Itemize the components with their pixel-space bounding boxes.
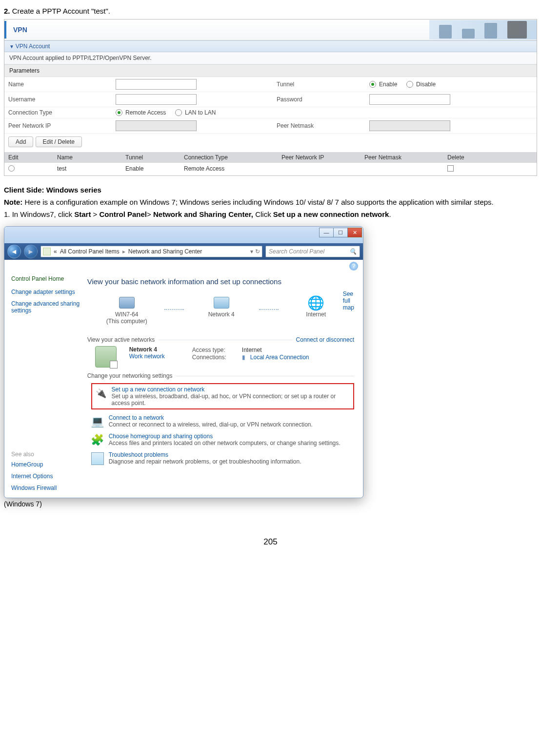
connect-icon: 💻	[91, 415, 104, 428]
tunnel-disable-radio[interactable]	[406, 81, 413, 88]
forward-button[interactable]: ►	[24, 245, 38, 258]
h-tunnel: Tunnel	[121, 152, 180, 163]
node-internet[interactable]: 🌐 Internet	[289, 294, 343, 325]
change-label: Change your networking settings	[87, 372, 173, 379]
map-dash-1	[164, 309, 184, 310]
edit-delete-button[interactable]: Edit / Delete	[36, 136, 82, 147]
step1-prefix: 1. In Windows7, click	[4, 210, 74, 218]
breadcrumb-chevron: «	[54, 248, 57, 255]
delete-checkbox[interactable]	[447, 165, 454, 172]
task-setup-sub: Set up a wireless, broadband, dial-up, a…	[112, 393, 350, 407]
vpn-tab[interactable]: VPN	[4, 21, 34, 39]
setup-icon: 🔌	[95, 387, 107, 400]
label-name: Name	[4, 77, 112, 92]
row-name: test	[53, 163, 121, 175]
page-number: 205	[4, 537, 537, 547]
label-conntype: Connection Type	[4, 107, 112, 118]
label-password: Password	[273, 92, 365, 107]
cp-home[interactable]: Control Panel Home	[11, 275, 80, 282]
connect-disconnect[interactable]: Connect or disconnect	[296, 336, 354, 343]
task-connect[interactable]: 💻 Connect to a network Connect or reconn…	[91, 414, 354, 428]
breadcrumb-seg1[interactable]: All Control Panel Items	[60, 248, 120, 255]
section-vpn-account[interactable]: VPN Account	[4, 40, 537, 52]
h-peerip: Peer Network IP	[278, 152, 361, 163]
sidebar-inetopt[interactable]: Internet Options	[11, 473, 80, 480]
main-content: View your basic network information and …	[87, 271, 363, 498]
window-controls: — ☐ ✕	[319, 228, 362, 237]
note-text: Here is a configuration example on Windo…	[22, 198, 493, 206]
username-input[interactable]	[116, 94, 197, 105]
troubleshoot-icon	[91, 452, 104, 465]
dropdown-icon[interactable]: ▾	[250, 248, 253, 255]
kw-setnew: Set up a new connection network	[273, 210, 389, 218]
back-button[interactable]: ◄	[7, 245, 21, 258]
h-name: Name	[53, 152, 121, 163]
label-enable: Enable	[379, 81, 397, 88]
pc-name: WIN7-64	[115, 311, 138, 318]
nic-icon: ▮	[242, 354, 245, 361]
row-peermask	[361, 163, 443, 175]
parameters-heading: Parameters	[4, 64, 537, 77]
task-connect-title: Connect to a network	[109, 414, 313, 421]
page-title: View your basic network information and …	[87, 277, 354, 286]
sidebar-advanced[interactable]: Change advanced sharing settings	[11, 300, 80, 314]
active-type[interactable]: Work network	[129, 353, 165, 360]
search-input[interactable]: Search Control Panel 🔍	[265, 246, 360, 257]
sidebar-homegroup[interactable]: HomeGroup	[11, 461, 80, 468]
homegroup-icon: 🧩	[91, 434, 104, 446]
step2-text: 2. Create a PPTP Account "test".	[4, 6, 537, 16]
node-network[interactable]: Network 4	[195, 294, 248, 325]
label-tunnel: Tunnel	[273, 77, 365, 92]
client-side-heading: Client Side: Windows series	[4, 185, 537, 195]
breadcrumb[interactable]: « All Control Panel Items ▸ Network and …	[40, 246, 262, 257]
see-full-map[interactable]: See full map	[343, 291, 354, 311]
name-input[interactable]	[116, 79, 197, 90]
label-peermask: Peer Netmask	[273, 118, 365, 134]
row-conn: Remote Access	[180, 163, 278, 175]
breadcrumb-seg2[interactable]: Network and Sharing Center	[128, 248, 202, 255]
task-connect-sub: Connect or reconnect to a wireless, wire…	[109, 421, 313, 428]
kw-controlpanel: Control Panel	[100, 210, 147, 218]
sidebar-adapter[interactable]: Change adapter settings	[11, 289, 80, 295]
edit-radio[interactable]	[8, 165, 15, 172]
task-homegroup[interactable]: 🧩 Choose homegroup and sharing options A…	[91, 433, 354, 446]
win7-window: — ☐ ✕ ◄ ► « All Control Panel Items ▸ Ne…	[4, 226, 363, 498]
conn-value[interactable]: Local Area Connection	[250, 354, 309, 361]
sidebar: Control Panel Home Change adapter settin…	[4, 271, 87, 498]
caption: (Windows 7)	[4, 500, 537, 508]
work-network-icon[interactable]	[95, 346, 117, 368]
gt2: >	[147, 210, 153, 218]
minimize-button[interactable]: —	[319, 228, 334, 237]
network-map: WIN7-64 (This computer) Network 4 🌐 Inte…	[100, 294, 343, 325]
refresh-icon[interactable]: ↻	[255, 248, 260, 255]
period: .	[389, 210, 391, 218]
task-troubleshoot[interactable]: Troubleshoot problems Diagnose and repai…	[91, 451, 354, 465]
password-input[interactable]	[369, 94, 450, 105]
breadcrumb-sep: ▸	[122, 248, 125, 255]
gt1: >	[91, 210, 99, 218]
tunnel-enable-radio[interactable]	[369, 81, 376, 88]
help-icon[interactable]: ?	[349, 262, 358, 271]
task-setup[interactable]: 🔌 Set up a new connection or network Set…	[95, 386, 350, 407]
kw-nsc: Network and Sharing Center,	[153, 210, 253, 218]
button-row: Add Edit / Delete	[4, 134, 537, 152]
close-button[interactable]: ✕	[348, 228, 362, 237]
remote-access-radio[interactable]	[116, 109, 122, 116]
maximize-button[interactable]: ☐	[334, 228, 348, 237]
peerip-input[interactable]	[116, 120, 197, 131]
row-tunnel: Enable	[121, 163, 180, 175]
node-pc[interactable]: WIN7-64 (This computer)	[100, 294, 154, 325]
lan-to-lan-radio[interactable]	[175, 109, 182, 116]
active-name: Network 4	[129, 346, 165, 353]
map-dash-2	[259, 309, 279, 310]
active-network: Network 4 Work network Access type:Inter…	[95, 346, 354, 368]
sidebar-firewall[interactable]: Windows Firewall	[11, 485, 80, 491]
pc-sub: (This computer)	[106, 318, 147, 325]
label-peerip: Peer Network IP	[4, 118, 112, 134]
label-remote: Remote Access	[125, 109, 166, 116]
peermask-input[interactable]	[369, 120, 450, 131]
add-button[interactable]: Add	[8, 136, 33, 147]
vpn-form: Name Tunnel Enable Disable Username Pass…	[4, 77, 537, 134]
kw-start: Start	[74, 210, 91, 218]
h-conn: Connection Type	[180, 152, 278, 163]
